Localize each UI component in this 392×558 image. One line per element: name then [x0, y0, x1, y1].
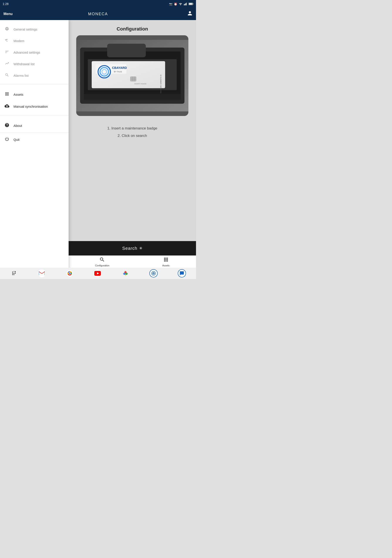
gmail-nav-icon[interactable] — [38, 270, 46, 277]
menu-section-assets: Assets Manual synchronisation — [0, 85, 68, 114]
cloud-upload-icon — [4, 104, 9, 109]
sidebar-label-alarms-list: Alarms list — [14, 74, 28, 77]
configuration-nav-icon — [99, 257, 105, 264]
wifi-icon — [179, 2, 182, 5]
configuration-nav-label: Configuration — [95, 264, 109, 267]
sidebar-label-assets: Assets — [14, 93, 23, 96]
svg-rect-26 — [84, 94, 181, 100]
assets-nav-icon — [163, 257, 169, 264]
navigation-drawer: General settings Modem Advanced settings — [0, 20, 68, 279]
clock-icon: ⏰ — [174, 2, 177, 6]
withdrawal-icon — [4, 61, 9, 67]
status-time: 1:28 — [3, 2, 9, 6]
sidebar-item-alarms-list[interactable]: Alarms list — [0, 70, 68, 81]
svg-point-31 — [69, 273, 71, 274]
svg-rect-6 — [189, 3, 192, 5]
status-icons: 📷 ⏰ — [169, 2, 193, 6]
svg-point-37 — [125, 273, 128, 275]
bottom-nav-configuration[interactable]: Configuration — [95, 257, 109, 267]
svg-rect-0 — [184, 4, 184, 5]
sidebar-item-withdrawal-list[interactable]: Withdrawal list — [0, 58, 68, 70]
wrench-icon — [4, 73, 9, 78]
bottom-nav-assets[interactable]: Assets — [162, 257, 170, 267]
svg-rect-21 — [130, 77, 136, 81]
battery-icon — [189, 2, 193, 5]
main-content: Configuration — [68, 20, 196, 255]
svg-rect-3 — [186, 3, 187, 5]
search-button-label: Search — [122, 246, 137, 251]
app-title: MONECA — [88, 12, 108, 16]
svg-text:CBAYARD: CBAYARD — [112, 66, 127, 70]
sidebar-label-about: About — [14, 124, 22, 128]
search-button[interactable]: Search ✳ — [68, 241, 196, 255]
svg-rect-10 — [107, 44, 146, 57]
sidebar-item-modem[interactable]: Modem — [0, 35, 68, 47]
bottom-nav: Configuration Assets — [68, 255, 196, 268]
divider-3 — [0, 132, 68, 133]
grid-nav-icon[interactable] — [10, 270, 18, 277]
app-bar: Menu MONECA — [0, 8, 196, 20]
sidebar-item-about[interactable]: About — [0, 120, 68, 132]
sidebar-label-general-settings: General settings — [14, 27, 37, 31]
assets-icon — [4, 92, 9, 97]
sidebar-item-assets[interactable]: Assets — [0, 88, 68, 100]
moneca-nav-icon[interactable] — [149, 269, 158, 278]
user-icon[interactable] — [187, 11, 193, 17]
sidebar-item-advanced-settings[interactable]: Advanced settings — [0, 47, 68, 58]
svg-rect-5 — [193, 3, 193, 5]
youtube-nav-icon[interactable] — [94, 270, 102, 277]
svg-text:SMART-INSIDE: SMART-INSIDE — [134, 83, 146, 85]
status-bar: 1:28 📷 ⏰ — [0, 0, 196, 8]
bluetooth-icon: ✳ — [139, 246, 142, 251]
sidebar-label-withdrawal-list: Withdrawal list — [14, 62, 35, 66]
menu-label[interactable]: Menu — [3, 12, 13, 16]
sidebar-label-advanced-settings: Advanced settings — [14, 51, 40, 54]
svg-point-36 — [123, 273, 125, 275]
page-title: Configuration — [117, 26, 148, 32]
chat-nav-icon[interactable] — [178, 269, 186, 278]
system-nav-bar — [0, 268, 196, 279]
notification-icon: 📷 — [169, 2, 172, 6]
signal-icon — [184, 2, 187, 5]
svg-point-40 — [153, 273, 154, 274]
sidebar-item-general-settings[interactable]: General settings — [0, 24, 68, 35]
photos-nav-icon[interactable] — [121, 270, 129, 277]
svg-rect-1 — [185, 4, 185, 5]
svg-text:BY TAUS: BY TAUS — [114, 71, 122, 73]
assets-nav-label: Assets — [162, 264, 170, 267]
sidebar-label-quit: Quit — [14, 138, 20, 141]
sidebar-label-modem: Modem — [14, 39, 24, 43]
instructions: 1. Insert a maintenance badge 2. Click o… — [107, 125, 157, 140]
svg-text:ID NUMBER CBFE9488: ID NUMBER CBFE9488 — [160, 75, 162, 94]
instruction-step2: 2. Click on search — [107, 132, 157, 140]
instruction-step1: 1. Insert a maintenance badge — [107, 125, 157, 132]
menu-section-about: About Quit — [0, 116, 68, 147]
help-icon — [4, 123, 9, 129]
sidebar-item-quit[interactable]: Quit — [0, 134, 68, 146]
power-icon — [4, 137, 9, 143]
menu-section-settings: General settings Modem Advanced settings — [0, 20, 68, 83]
modem-icon — [4, 38, 9, 44]
svg-rect-2 — [185, 3, 186, 5]
gear-icon — [4, 26, 9, 32]
sliders-icon — [4, 50, 9, 55]
sidebar-label-manual-sync: Manual synchronisation — [14, 105, 48, 108]
sidebar-item-manual-sync[interactable]: Manual synchronisation — [0, 100, 68, 113]
chrome-nav-icon[interactable] — [66, 270, 74, 277]
divider-1 — [0, 84, 68, 84]
device-image: CBAYARD BY TAUS ID NUMBER CBFE9488 SMART… — [76, 35, 188, 116]
